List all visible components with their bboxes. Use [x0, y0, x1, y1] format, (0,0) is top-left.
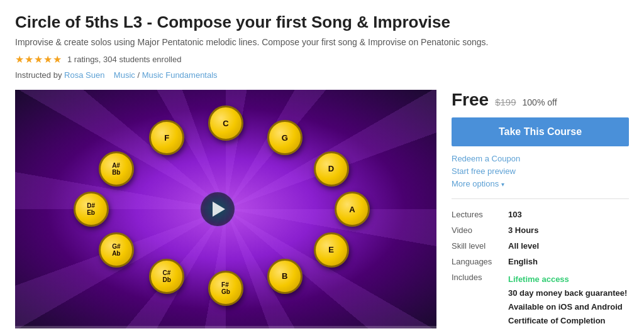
note-Gb: F#Gb	[208, 271, 243, 306]
sidebar-divider	[452, 198, 629, 199]
skill-label: Skill level	[452, 238, 508, 254]
note-F: F	[149, 120, 184, 155]
instructor-row: Instructed by Rosa Suen Music / Music Fu…	[15, 70, 629, 80]
page-container: Circle of 5ths L3 - Compose your first S…	[0, 0, 644, 336]
note-Eb: D#Eb	[74, 192, 109, 227]
video-progress-bar	[15, 326, 436, 328]
redeem-coupon-link[interactable]: Redeem a Coupon	[452, 154, 629, 163]
start-preview-link[interactable]: Start free preview	[452, 166, 629, 176]
course-title: Circle of 5ths L3 - Compose your first S…	[15, 13, 629, 32]
video-value: 3 Hours	[508, 222, 629, 238]
includes-item-mobile: Available on iOS and Android	[508, 300, 629, 314]
skill-value: All level	[508, 238, 629, 254]
includes-label: Includes	[452, 269, 508, 331]
languages-row: Languages English	[452, 254, 629, 269]
note-C: C	[208, 106, 243, 141]
more-options-link[interactable]: More options ▾	[452, 179, 629, 188]
instructor-label: Instructed by	[15, 70, 62, 80]
includes-item-guarantee: 30 day money back guarantee!	[508, 286, 629, 300]
lectures-value: 103	[508, 207, 629, 222]
course-info-table: Lectures 103 Video 3 Hours Skill level A…	[452, 207, 629, 331]
course-subtitle: Improvise & create solos using Major Pen…	[15, 37, 629, 47]
languages-value: English	[508, 254, 629, 269]
video-row: Video 3 Hours	[452, 222, 629, 238]
lectures-label: Lectures	[452, 207, 508, 222]
instructor-link[interactable]: Rosa Suen	[64, 70, 104, 80]
price-free: Free	[452, 90, 489, 110]
lectures-row: Lectures 103	[452, 207, 629, 222]
languages-label: Languages	[452, 254, 508, 269]
includes-item-certificate: Certificate of Completion	[508, 314, 629, 328]
ratings-text: 1 ratings, 304 students enrolled	[67, 55, 181, 64]
note-Ab: G#Ab	[99, 232, 134, 268]
note-D: D	[314, 151, 349, 187]
skill-row: Skill level All level	[452, 238, 629, 254]
play-button[interactable]	[201, 192, 235, 226]
note-E: E	[314, 232, 349, 268]
main-content: F C G D A E B F#Gb C#Db G#Ab D	[15, 90, 629, 336]
includes-values: Lifetime access 30 day money back guaran…	[508, 269, 629, 331]
sidebar: Free $199 100% off Take This Course Rede…	[452, 90, 629, 336]
price-original: $199	[495, 97, 516, 107]
note-G: G	[267, 120, 303, 155]
breadcrumb-music[interactable]: Music	[114, 70, 135, 80]
video-label: Video	[452, 222, 508, 238]
breadcrumb-fundamentals[interactable]: Music Fundamentals	[142, 70, 218, 80]
sidebar-links: Redeem a Coupon Start free preview More …	[452, 154, 629, 188]
video-background: F C G D A E B F#Gb C#Db G#Ab D	[15, 90, 436, 328]
star-icons: ★★★★★	[15, 53, 62, 65]
note-Db: C#Db	[149, 259, 184, 294]
more-options-arrow: ▾	[501, 181, 504, 188]
breadcrumb-separator: /	[137, 70, 142, 80]
play-icon	[213, 202, 225, 217]
includes-item-lifetime: Lifetime access	[508, 273, 629, 286]
price-discount: 100% off	[523, 97, 557, 107]
price-row: Free $199 100% off	[452, 90, 629, 110]
take-course-button[interactable]: Take This Course	[452, 117, 629, 146]
includes-list: Lifetime access 30 day money back guaran…	[508, 273, 629, 328]
note-A: A	[335, 192, 370, 227]
video-container[interactable]: F C G D A E B F#Gb C#Db G#Ab D	[15, 90, 436, 328]
ratings-row: ★★★★★ 1 ratings, 304 students enrolled	[15, 53, 629, 65]
note-B: B	[267, 259, 303, 294]
includes-row: Includes Lifetime access 30 day money ba…	[452, 269, 629, 331]
note-Bb: A#Bb	[99, 151, 134, 187]
